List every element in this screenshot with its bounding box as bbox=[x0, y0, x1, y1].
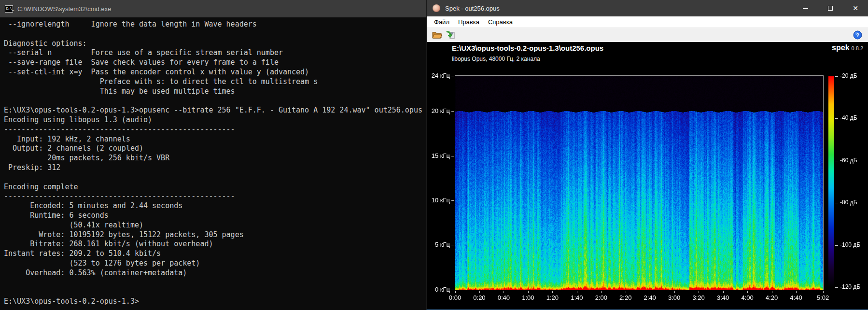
time-tick-mark bbox=[626, 291, 626, 293]
menu-edit[interactable]: Правка bbox=[454, 18, 484, 26]
freq-tick-label: 10 кГц bbox=[427, 197, 450, 204]
freq-tick-label: 5 кГц bbox=[427, 241, 450, 248]
desktop: C:\_ C:\WINDOWS\system32\cmd.exe --ignor… bbox=[0, 0, 868, 310]
time-tick-label: 3:40 bbox=[712, 294, 735, 301]
minimize-button[interactable] bbox=[793, 0, 818, 16]
time-tick-label: 2:40 bbox=[638, 294, 661, 301]
cmd-window: C:\_ C:\WINDOWS\system32\cmd.exe --ignor… bbox=[0, 0, 426, 310]
freq-tick-mark bbox=[451, 76, 454, 76]
time-tick-mark bbox=[479, 291, 480, 293]
time-tick-label: 4:20 bbox=[760, 294, 784, 301]
time-tick-label: 0:00 bbox=[444, 294, 467, 301]
time-tick-label: 4:00 bbox=[736, 294, 759, 301]
help-icon: ? bbox=[853, 30, 862, 40]
time-tick-mark bbox=[601, 291, 602, 293]
spek-window: Spek - out256.opus ✕ Файл Правка Справка bbox=[426, 0, 868, 310]
minimize-icon bbox=[803, 8, 808, 9]
freq-tick-mark bbox=[451, 245, 454, 245]
spectrogram-plot bbox=[455, 75, 824, 290]
time-tick-label: 0:40 bbox=[492, 294, 515, 301]
maximize-icon bbox=[828, 6, 833, 11]
freq-tick-mark bbox=[451, 111, 454, 112]
spectrogram-panel: E:\UX3\opus-tools-0.2-opus-1.3\out256.op… bbox=[427, 42, 868, 309]
spek-titlebar[interactable]: Spek - out256.opus ✕ bbox=[427, 0, 868, 16]
time-tick-label: 2:00 bbox=[589, 294, 613, 301]
db-tick-mark bbox=[835, 118, 838, 119]
db-tick-label: -20 дБ bbox=[840, 72, 857, 79]
db-tick-mark bbox=[835, 203, 838, 203]
time-tick-mark bbox=[650, 291, 650, 293]
cmd-titlebar[interactable]: C:\_ C:\WINDOWS\system32\cmd.exe bbox=[0, 0, 426, 17]
time-tick-mark bbox=[699, 291, 699, 293]
time-tick-label: 5:02 bbox=[812, 294, 835, 301]
db-tick-label: -40 дБ bbox=[840, 114, 857, 121]
freq-tick-mark bbox=[451, 200, 454, 201]
time-tick-mark bbox=[528, 291, 529, 293]
time-tick-label: 4:40 bbox=[784, 294, 808, 301]
app-brand: spek0.8.2 bbox=[832, 43, 863, 52]
analyzed-file-path: E:\UX3\opus-tools-0.2-opus-1.3\out256.op… bbox=[452, 44, 603, 52]
terminal-output[interactable]: --ignorelength Ignore the data length in… bbox=[0, 17, 422, 307]
time-tick-label: 0:20 bbox=[468, 294, 491, 301]
freq-tick-label: 24 кГц bbox=[427, 72, 450, 79]
time-tick-mark bbox=[674, 291, 675, 293]
time-tick-mark bbox=[552, 291, 553, 293]
time-tick-mark bbox=[577, 291, 577, 293]
db-tick-mark bbox=[835, 245, 838, 246]
time-tick-label: 1:40 bbox=[565, 294, 588, 301]
db-tick-mark bbox=[835, 161, 838, 161]
close-button[interactable]: ✕ bbox=[843, 0, 868, 16]
time-tick-mark bbox=[796, 291, 797, 293]
cmd-icon[interactable]: C:\_ bbox=[5, 5, 13, 13]
app-name: spek bbox=[832, 43, 849, 52]
freq-tick-label: 20 кГц bbox=[427, 107, 450, 114]
db-tick-label: -80 дБ bbox=[840, 199, 857, 206]
open-file-button[interactable] bbox=[431, 29, 444, 41]
time-tick-mark bbox=[723, 291, 724, 293]
spectrogram-canvas bbox=[455, 76, 823, 290]
db-tick-label: -120 дБ bbox=[840, 283, 860, 290]
time-tick-label: 3:00 bbox=[663, 294, 686, 301]
spek-logo-icon bbox=[433, 4, 440, 12]
time-tick-mark bbox=[823, 291, 824, 293]
spek-window-title: Spek - out256.opus bbox=[445, 5, 793, 12]
db-tick-label: -100 дБ bbox=[840, 241, 860, 248]
db-tick-label: -60 дБ bbox=[840, 157, 857, 164]
time-tick-mark bbox=[772, 291, 772, 293]
db-tick-mark bbox=[835, 76, 838, 77]
time-tick-mark bbox=[504, 291, 504, 293]
time-tick-mark bbox=[455, 291, 456, 293]
app-version: 0.8.2 bbox=[852, 45, 863, 51]
svg-text:?: ? bbox=[856, 32, 859, 38]
time-tick-mark bbox=[747, 291, 748, 293]
folder-open-icon bbox=[432, 31, 442, 39]
time-tick-label: 1:20 bbox=[541, 294, 564, 301]
time-tick-label: 3:20 bbox=[687, 294, 710, 301]
db-tick-mark bbox=[835, 287, 838, 288]
freq-tick-mark bbox=[451, 290, 454, 290]
spek-menubar: Файл Правка Справка bbox=[427, 16, 868, 28]
colorbar bbox=[828, 76, 834, 287]
time-tick-label: 2:20 bbox=[614, 294, 637, 301]
time-tick-label: 1:00 bbox=[517, 294, 540, 301]
save-spectrogram-button[interactable] bbox=[444, 29, 457, 41]
freq-tick-label: 0 кГц bbox=[427, 286, 450, 293]
cmd-window-title: C:\WINDOWS\system32\cmd.exe bbox=[17, 5, 111, 13]
help-button[interactable]: ? bbox=[851, 29, 864, 41]
freq-tick-mark bbox=[451, 156, 454, 156]
maximize-button[interactable] bbox=[818, 0, 843, 16]
menu-file[interactable]: Файл bbox=[430, 18, 454, 26]
save-icon bbox=[446, 31, 455, 39]
stream-info: libopus Opus, 48000 Гц, 2 канала bbox=[452, 56, 540, 62]
close-icon: ✕ bbox=[853, 5, 858, 12]
menu-help[interactable]: Справка bbox=[484, 18, 517, 26]
freq-tick-label: 15 кГц bbox=[427, 152, 450, 159]
spek-toolbar: ? bbox=[427, 28, 868, 42]
